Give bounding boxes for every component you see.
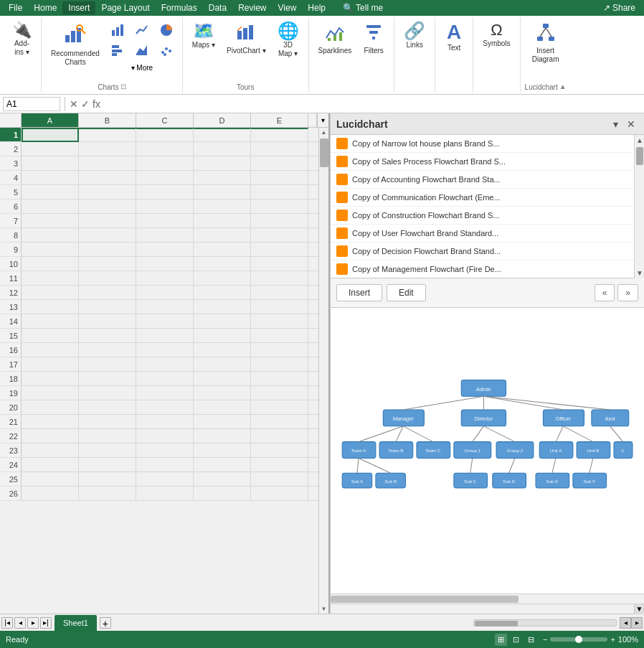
cell-E3[interactable] [251,156,308,171]
cell-B26[interactable] [79,487,136,501]
cell-A13[interactable] [22,300,79,314]
cell-E21[interactable] [251,415,308,429]
panel-list-item[interactable]: Copy of Decision Flowchart Brand Stand..… [331,243,634,260]
cell-C15[interactable] [136,329,194,343]
menu-insert[interactable]: Insert [62,1,95,14]
cancel-formula-icon[interactable]: ✕ [70,98,78,110]
row-number-23[interactable]: 23 [0,443,22,458]
panel-scroll-down-arrow[interactable]: ▼ [634,604,644,614]
row-number-5[interactable]: 5 [0,185,22,199]
cell-D1[interactable] [194,128,251,142]
area-chart-button[interactable] [131,42,153,60]
cell-extra-13[interactable] [308,300,318,314]
page-layout-view-btn[interactable]: ⊡ [510,634,522,646]
confirm-formula-icon[interactable]: ✓ [81,98,90,110]
cell-C19[interactable] [136,386,194,400]
links-button[interactable]: 🔗 Links [399,19,430,73]
cell-D11[interactable] [194,271,251,286]
zoom-slider[interactable] [550,637,607,642]
horizontal-scrollbar[interactable] [473,619,617,626]
cell-D26[interactable] [194,487,251,501]
cell-extra-9[interactable] [308,243,318,257]
panel-close-btn[interactable]: ✕ [624,117,638,131]
panel-list-item[interactable]: Copy of Accounting Flowchart Brand Sta..… [331,171,634,189]
cell-E5[interactable] [251,185,308,199]
cell-C17[interactable] [136,357,194,372]
row-number-20[interactable]: 20 [0,400,22,415]
cell-D21[interactable] [194,415,251,429]
cell-C18[interactable] [136,372,194,386]
panel-edit-btn[interactable]: Edit [387,284,426,301]
cell-extra-10[interactable] [308,257,318,271]
cell-extra-18[interactable] [308,372,318,386]
row-number-26[interactable]: 26 [0,487,22,501]
row-number-14[interactable]: 14 [0,314,22,329]
cell-extra-4[interactable] [308,171,318,185]
col-header-a[interactable]: A [22,113,79,127]
cell-reference-input[interactable] [3,97,60,111]
cell-C5[interactable] [136,185,194,199]
cell-C12[interactable] [136,286,194,300]
zoom-out-btn[interactable]: − [543,635,547,644]
row-number-3[interactable]: 3 [0,156,22,171]
cell-A20[interactable] [22,400,79,415]
row-number-18[interactable]: 18 [0,372,22,386]
cell-E11[interactable] [251,271,308,286]
menu-page-layout[interactable]: Page Layout [95,1,155,14]
charts-expand-icon[interactable]: ⊡ [120,83,126,90]
cell-A23[interactable] [22,443,79,458]
cell-C11[interactable] [136,271,194,286]
cell-E2[interactable] [251,142,308,156]
row-number-25[interactable]: 25 [0,472,22,487]
sheet-tab-sheet1[interactable]: Sheet1 [55,615,97,631]
row-number-16[interactable]: 16 [0,343,22,357]
menu-tell-me[interactable]: 🔍 Tell me [337,1,389,14]
cell-D13[interactable] [194,300,251,314]
zoom-in-btn[interactable]: + [610,635,615,644]
cell-C22[interactable] [136,429,194,443]
cell-D2[interactable] [194,142,251,156]
cell-E23[interactable] [251,443,308,458]
tab-next-btn[interactable]: ▸ [27,617,39,629]
maps-button[interactable]: 🗺️ Maps ▾ [187,19,220,73]
cell-A17[interactable] [22,357,79,372]
text-button[interactable]: A Text [440,19,468,73]
panel-list-item[interactable]: Copy of Narrow lot house plans Brand S..… [331,135,634,153]
panel-list-item[interactable]: Copy of Management Flowchart (Fire De... [331,260,634,278]
column-chart-button[interactable] [106,22,129,40]
row-number-21[interactable]: 21 [0,415,22,429]
col-header-b[interactable]: B [79,113,136,127]
cell-A21[interactable] [22,415,79,429]
cell-E6[interactable] [251,199,308,214]
pie-chart-button[interactable] [155,22,178,40]
cell-extra-25[interactable] [308,472,318,487]
cell-D18[interactable] [194,372,251,386]
panel-h-scroll-thumb[interactable] [331,596,518,603]
cell-B23[interactable] [79,443,136,458]
cell-A6[interactable] [22,199,79,214]
cell-A12[interactable] [22,286,79,300]
cell-A9[interactable] [22,243,79,257]
row-number-9[interactable]: 9 [0,243,22,257]
cell-D19[interactable] [194,386,251,400]
cell-B12[interactable] [79,286,136,300]
cell-extra-7[interactable] [308,214,318,228]
sparklines-button[interactable]: Sparklines [313,19,357,73]
tab-last-btn[interactable]: ▸| [40,617,52,629]
cell-E20[interactable] [251,400,308,415]
cell-E26[interactable] [251,487,308,501]
menu-file[interactable]: File [3,1,28,14]
cell-A18[interactable] [22,372,79,386]
cell-D22[interactable] [194,429,251,443]
cell-B4[interactable] [79,171,136,185]
row-number-17[interactable]: 17 [0,357,22,372]
cell-A8[interactable] [22,228,79,243]
panel-list-item[interactable]: Copy of Communication Flowchart (Eme... [331,189,634,207]
panel-scroll-up[interactable]: ▲ [635,135,644,146]
cell-extra-15[interactable] [308,329,318,343]
panel-minimize-btn[interactable]: ▾ [610,117,621,131]
cell-C16[interactable] [136,343,194,357]
pivot-chart-button[interactable]: PivotChart ▾ [222,19,270,73]
cell-A5[interactable] [22,185,79,199]
cell-E7[interactable] [251,214,308,228]
